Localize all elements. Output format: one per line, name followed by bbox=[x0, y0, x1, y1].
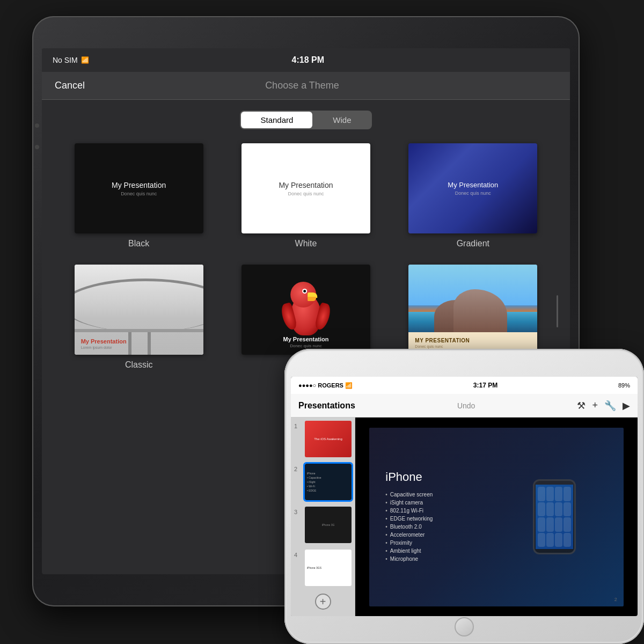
app-icon-9 bbox=[538, 517, 545, 532]
gradient-theme-sub: Donec quis nunc bbox=[455, 191, 491, 196]
slide-thumbnail-3: iPhone 3G bbox=[305, 507, 352, 543]
app-icon-6 bbox=[546, 502, 554, 517]
black-theme-sub: Donec quis nunc bbox=[121, 191, 157, 196]
bullet-3: EDGE networking bbox=[385, 516, 507, 522]
slide-number-1: 1 bbox=[294, 423, 302, 429]
app-icon-5 bbox=[538, 502, 545, 517]
bridge-road bbox=[75, 329, 203, 332]
ipad-volume-up bbox=[35, 123, 39, 128]
slide4-preview-text: iPhone 3GS bbox=[307, 566, 349, 569]
undo-button[interactable]: Undo bbox=[457, 401, 475, 410]
iphone-time: 3:17 PM bbox=[473, 382, 497, 389]
carrier-info: No SIM 📶 bbox=[53, 56, 89, 64]
iphone-carrier-label: ●●●●○ ROGERS bbox=[298, 382, 343, 389]
iphone-carrier: ●●●●○ ROGERS 📶 bbox=[298, 382, 353, 389]
bullet-6: Proximity bbox=[385, 540, 507, 546]
ipad-volume-down bbox=[35, 145, 39, 149]
carrier-label: No SIM bbox=[53, 56, 78, 64]
slate-theme-sub: Donec quis nunc bbox=[283, 343, 329, 348]
slide-number-4: 4 bbox=[294, 552, 302, 558]
app-icon-12 bbox=[564, 517, 571, 532]
slide-thumbnail-4: iPhone 3GS bbox=[305, 550, 352, 586]
iphone-battery: 89% bbox=[618, 382, 630, 389]
slide-item-1[interactable]: 1 The iOS Awakening bbox=[291, 418, 355, 460]
phone-mockup bbox=[533, 479, 576, 554]
app-icon-16 bbox=[564, 533, 571, 547]
coastal-rocks bbox=[408, 302, 537, 332]
format-segmented-control: Standard Wide bbox=[240, 111, 371, 129]
bridge-support-2 bbox=[148, 332, 151, 355]
slide-thumbnail-1: The iOS Awakening bbox=[305, 421, 352, 457]
bullet-8: Microphone bbox=[385, 556, 507, 562]
app-icon-3 bbox=[555, 487, 562, 501]
slide-item-3[interactable]: 3 iPhone 3G bbox=[291, 503, 355, 546]
app-icon-11 bbox=[555, 517, 562, 532]
slide-item-2[interactable]: 2 iPhone• Capacitive• iSight• Wi-Fi• EDG… bbox=[291, 460, 355, 503]
app-icon-10 bbox=[546, 517, 554, 532]
parrot-head bbox=[290, 282, 316, 308]
slate-theme-title: My Presentation bbox=[283, 336, 329, 342]
iphone-home-button[interactable] bbox=[455, 617, 474, 636]
phone-screen-icons bbox=[536, 485, 573, 549]
white-theme-sub: Donec quis nunc bbox=[288, 191, 324, 196]
wide-button[interactable]: Wide bbox=[313, 112, 370, 128]
iphone-content: 1 The iOS Awakening 2 iPhone• Capacitive… bbox=[291, 418, 638, 616]
black-theme-title: My Presentation bbox=[112, 181, 166, 189]
add-slide-area: + bbox=[291, 589, 355, 614]
wifi-icon: 📶 bbox=[81, 56, 89, 64]
bullet-4: Bluetooth 2.0 bbox=[385, 524, 507, 530]
ipad-status-bar: No SIM 📶 4:18 PM bbox=[42, 48, 570, 72]
phone-illustration bbox=[491, 428, 618, 606]
slide-bullet-list: Capacitive screen iSight camera 802.11g … bbox=[385, 492, 507, 562]
slide-content: iPhone Capacitive screen iSight camera 8… bbox=[369, 428, 623, 606]
theme-item-classic[interactable]: My Presentation Lorem ipsum dolor Classi… bbox=[63, 265, 214, 370]
cancel-button[interactable]: Cancel bbox=[55, 80, 85, 91]
theme-item-black[interactable]: My Presentation Donec quis nunc Black bbox=[63, 143, 214, 248]
app-icon-8 bbox=[564, 502, 571, 517]
parrot-pupil bbox=[303, 290, 306, 292]
bullet-5: Accelerometer bbox=[385, 532, 507, 538]
cream-theme-sub: Donec quis nunc bbox=[415, 345, 470, 348]
ipad-nav-bar: Cancel Choose a Theme bbox=[42, 72, 570, 100]
bridge-support-1 bbox=[128, 332, 131, 355]
theme-thumbnail-slate: My Presentation Donec quis nunc bbox=[241, 265, 370, 355]
slide-item-4[interactable]: 4 iPhone 3GS bbox=[291, 546, 355, 589]
theme-label-gradient: Gradient bbox=[457, 239, 489, 248]
add-slide-icon: + bbox=[320, 596, 326, 608]
slide1-preview-text: The iOS Awakening bbox=[312, 435, 345, 443]
theme-item-gradient[interactable]: My Presentation Donec quis nunc Gradient bbox=[398, 143, 548, 248]
theme-thumbnail-gradient: My Presentation Donec quis nunc bbox=[408, 143, 537, 233]
add-slide-button[interactable]: + bbox=[315, 594, 331, 610]
bullet-0: Capacitive screen bbox=[385, 492, 507, 497]
parrot-eye bbox=[302, 289, 307, 294]
theme-thumbnail-white: My Presentation Donec quis nunc bbox=[241, 143, 370, 233]
theme-label-white: White bbox=[295, 239, 317, 248]
play-icon[interactable]: ▶ bbox=[623, 400, 630, 412]
bridge-arch bbox=[75, 279, 203, 332]
app-icon-4 bbox=[564, 487, 571, 501]
iphone-screen: ●●●●○ ROGERS 📶 3:17 PM 89% Presentations… bbox=[291, 377, 638, 616]
standard-button[interactable]: Standard bbox=[241, 112, 312, 128]
app-icon-15 bbox=[555, 533, 562, 547]
slide-number-3: 3 bbox=[294, 509, 302, 515]
app-icon-2 bbox=[546, 487, 554, 501]
segmented-wrapper: Standard Wide bbox=[42, 100, 570, 138]
classic-theme-sub: Lorem ipsum dolor bbox=[81, 346, 127, 349]
theme-item-white[interactable]: My Presentation Donec quis nunc White bbox=[230, 143, 381, 248]
iphone-nav-icons: ⚒ + 🔧 ▶ bbox=[577, 400, 630, 412]
settings-icon[interactable]: 🔧 bbox=[604, 400, 616, 412]
iphone-nav-title: Presentations bbox=[298, 401, 355, 411]
slide-number-2: 2 bbox=[294, 466, 302, 472]
bullet-1: iSight camera bbox=[385, 500, 507, 506]
tools-icon[interactable]: ⚒ bbox=[577, 400, 586, 412]
app-icon-7 bbox=[555, 502, 562, 517]
slide-panel: 1 The iOS Awakening 2 iPhone• Capacitive… bbox=[291, 418, 355, 616]
coastal-image bbox=[408, 265, 537, 332]
theme-thumbnail-classic: My Presentation Lorem ipsum dolor bbox=[75, 265, 203, 355]
slide-thumbnail-2: iPhone• Capacitive• iSight• Wi-Fi• EDGE bbox=[305, 464, 352, 500]
theme-thumbnail-cream: MY PRESENTATION Donec quis nunc bbox=[408, 265, 537, 355]
bullet-7: Ambient light bbox=[385, 548, 507, 554]
iphone-wifi-icon: 📶 bbox=[345, 382, 353, 389]
app-icon-14 bbox=[546, 533, 554, 547]
add-icon[interactable]: + bbox=[592, 400, 598, 411]
